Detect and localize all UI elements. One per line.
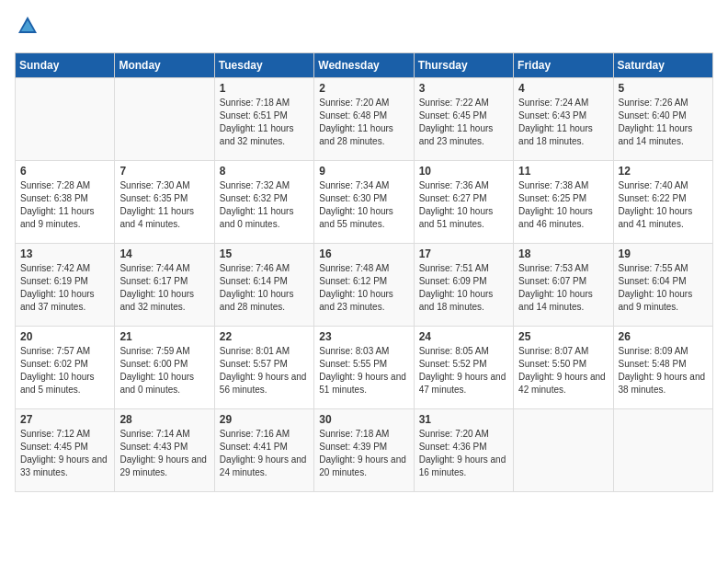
cell-content: Sunrise: 7:38 AM Sunset: 6:25 PM Dayligh…: [518, 179, 608, 231]
cell-content: Sunrise: 7:20 AM Sunset: 4:36 PM Dayligh…: [419, 428, 508, 479]
cell-content: Sunrise: 8:07 AM Sunset: 5:50 PM Dayligh…: [518, 345, 608, 396]
calendar-cell: 2Sunrise: 7:20 AM Sunset: 6:48 PM Daylig…: [314, 78, 414, 161]
day-number: 19: [619, 247, 708, 260]
calendar-table: SundayMondayTuesdayWednesdayThursdayFrid…: [15, 52, 713, 492]
calendar-cell: 6Sunrise: 7:28 AM Sunset: 6:38 PM Daylig…: [16, 161, 115, 244]
cell-content: Sunrise: 7:44 AM Sunset: 6:17 PM Dayligh…: [119, 262, 209, 314]
calendar-cell: [514, 409, 613, 492]
day-number: 15: [220, 247, 309, 260]
cell-content: Sunrise: 7:26 AM Sunset: 6:40 PM Dayligh…: [619, 97, 708, 148]
cell-content: Sunrise: 8:05 AM Sunset: 5:52 PM Dayligh…: [419, 345, 508, 396]
day-number: 28: [119, 413, 209, 426]
cell-content: Sunrise: 7:42 AM Sunset: 6:19 PM Dayligh…: [20, 262, 109, 314]
calendar-cell: 31Sunrise: 7:20 AM Sunset: 4:36 PM Dayli…: [414, 409, 513, 492]
calendar-cell: 18Sunrise: 7:53 AM Sunset: 6:07 PM Dayli…: [514, 244, 613, 327]
cell-content: Sunrise: 7:40 AM Sunset: 6:22 PM Dayligh…: [619, 179, 708, 231]
logo: [15, 15, 39, 41]
cell-content: Sunrise: 7:18 AM Sunset: 4:39 PM Dayligh…: [319, 428, 408, 479]
calendar-cell: 21Sunrise: 7:59 AM Sunset: 6:00 PM Dayli…: [115, 327, 214, 409]
calendar-week-1: 1Sunrise: 7:18 AM Sunset: 6:51 PM Daylig…: [16, 78, 713, 161]
calendar-cell: 4Sunrise: 7:24 AM Sunset: 6:43 PM Daylig…: [514, 78, 613, 161]
calendar-cell: 26Sunrise: 8:09 AM Sunset: 5:48 PM Dayli…: [613, 327, 712, 409]
day-number: 4: [518, 82, 608, 95]
day-number: 18: [518, 247, 608, 260]
day-number: 6: [20, 165, 109, 178]
calendar-cell: 3Sunrise: 7:22 AM Sunset: 6:45 PM Daylig…: [414, 78, 513, 161]
calendar-cell: [16, 78, 115, 161]
calendar-cell: [115, 78, 214, 161]
cell-content: Sunrise: 7:53 AM Sunset: 6:07 PM Dayligh…: [518, 262, 608, 314]
calendar-cell: 27Sunrise: 7:12 AM Sunset: 4:45 PM Dayli…: [16, 409, 115, 492]
calendar-cell: 28Sunrise: 7:14 AM Sunset: 4:43 PM Dayli…: [115, 409, 214, 492]
weekday-header-monday: Monday: [115, 53, 214, 78]
calendar-week-3: 13Sunrise: 7:42 AM Sunset: 6:19 PM Dayli…: [16, 244, 713, 327]
day-number: 11: [518, 165, 608, 178]
cell-content: Sunrise: 8:01 AM Sunset: 5:57 PM Dayligh…: [220, 345, 309, 396]
cell-content: Sunrise: 7:16 AM Sunset: 4:41 PM Dayligh…: [220, 428, 309, 479]
logo-icon: [17, 15, 39, 37]
day-number: 21: [119, 330, 209, 343]
calendar-cell: [613, 409, 712, 492]
calendar-cell: 12Sunrise: 7:40 AM Sunset: 6:22 PM Dayli…: [613, 161, 712, 244]
calendar-cell: 1Sunrise: 7:18 AM Sunset: 6:51 PM Daylig…: [214, 78, 313, 161]
calendar-week-5: 27Sunrise: 7:12 AM Sunset: 4:45 PM Dayli…: [16, 409, 713, 492]
calendar-cell: 15Sunrise: 7:46 AM Sunset: 6:14 PM Dayli…: [214, 244, 313, 327]
cell-content: Sunrise: 7:32 AM Sunset: 6:32 PM Dayligh…: [220, 179, 309, 231]
calendar-cell: 10Sunrise: 7:36 AM Sunset: 6:27 PM Dayli…: [414, 161, 513, 244]
day-number: 29: [220, 413, 309, 426]
day-number: 25: [518, 330, 608, 343]
day-number: 1: [220, 82, 309, 95]
cell-content: Sunrise: 7:55 AM Sunset: 6:04 PM Dayligh…: [619, 262, 708, 314]
day-number: 10: [419, 165, 508, 178]
calendar-cell: 17Sunrise: 7:51 AM Sunset: 6:09 PM Dayli…: [414, 244, 513, 327]
calendar-cell: 14Sunrise: 7:44 AM Sunset: 6:17 PM Dayli…: [115, 244, 214, 327]
cell-content: Sunrise: 7:22 AM Sunset: 6:45 PM Dayligh…: [419, 97, 508, 148]
day-number: 13: [20, 247, 109, 260]
day-number: 22: [220, 330, 309, 343]
calendar-cell: 13Sunrise: 7:42 AM Sunset: 6:19 PM Dayli…: [16, 244, 115, 327]
day-number: 3: [419, 82, 508, 95]
day-number: 5: [619, 82, 708, 95]
day-number: 31: [419, 413, 508, 426]
weekday-header-tuesday: Tuesday: [214, 53, 313, 78]
cell-content: Sunrise: 8:03 AM Sunset: 5:55 PM Dayligh…: [319, 345, 408, 396]
calendar-cell: 20Sunrise: 7:57 AM Sunset: 6:02 PM Dayli…: [16, 327, 115, 409]
calendar-cell: 29Sunrise: 7:16 AM Sunset: 4:41 PM Dayli…: [214, 409, 313, 492]
calendar-cell: 11Sunrise: 7:38 AM Sunset: 6:25 PM Dayli…: [514, 161, 613, 244]
weekday-header-sunday: Sunday: [16, 53, 115, 78]
calendar-cell: 24Sunrise: 8:05 AM Sunset: 5:52 PM Dayli…: [414, 327, 513, 409]
header: [15, 15, 713, 41]
weekday-header-thursday: Thursday: [414, 53, 513, 78]
cell-content: Sunrise: 7:18 AM Sunset: 6:51 PM Dayligh…: [220, 97, 309, 148]
calendar-cell: 19Sunrise: 7:55 AM Sunset: 6:04 PM Dayli…: [613, 244, 712, 327]
calendar-cell: 7Sunrise: 7:30 AM Sunset: 6:35 PM Daylig…: [115, 161, 214, 244]
weekday-header-friday: Friday: [514, 53, 613, 78]
calendar-cell: 5Sunrise: 7:26 AM Sunset: 6:40 PM Daylig…: [613, 78, 712, 161]
cell-content: Sunrise: 7:28 AM Sunset: 6:38 PM Dayligh…: [20, 179, 109, 231]
cell-content: Sunrise: 7:34 AM Sunset: 6:30 PM Dayligh…: [319, 179, 408, 231]
cell-content: Sunrise: 7:30 AM Sunset: 6:35 PM Dayligh…: [119, 179, 209, 231]
cell-content: Sunrise: 7:51 AM Sunset: 6:09 PM Dayligh…: [419, 262, 508, 314]
cell-content: Sunrise: 7:48 AM Sunset: 6:12 PM Dayligh…: [319, 262, 408, 314]
day-number: 7: [119, 165, 209, 178]
calendar-cell: 23Sunrise: 8:03 AM Sunset: 5:55 PM Dayli…: [314, 327, 414, 409]
day-number: 14: [119, 247, 209, 260]
calendar-cell: 8Sunrise: 7:32 AM Sunset: 6:32 PM Daylig…: [214, 161, 313, 244]
cell-content: Sunrise: 7:14 AM Sunset: 4:43 PM Dayligh…: [119, 428, 209, 479]
day-number: 27: [20, 413, 109, 426]
day-number: 23: [319, 330, 408, 343]
cell-content: Sunrise: 7:36 AM Sunset: 6:27 PM Dayligh…: [419, 179, 508, 231]
day-number: 20: [20, 330, 109, 343]
calendar-week-2: 6Sunrise: 7:28 AM Sunset: 6:38 PM Daylig…: [16, 161, 713, 244]
day-number: 24: [419, 330, 508, 343]
day-number: 26: [619, 330, 708, 343]
day-number: 8: [220, 165, 309, 178]
cell-content: Sunrise: 7:24 AM Sunset: 6:43 PM Dayligh…: [518, 97, 608, 148]
day-number: 30: [319, 413, 408, 426]
day-number: 2: [319, 82, 408, 95]
cell-content: Sunrise: 7:46 AM Sunset: 6:14 PM Dayligh…: [220, 262, 309, 314]
day-number: 17: [419, 247, 508, 260]
calendar-cell: 9Sunrise: 7:34 AM Sunset: 6:30 PM Daylig…: [314, 161, 414, 244]
day-number: 9: [319, 165, 408, 178]
calendar-week-4: 20Sunrise: 7:57 AM Sunset: 6:02 PM Dayli…: [16, 327, 713, 409]
